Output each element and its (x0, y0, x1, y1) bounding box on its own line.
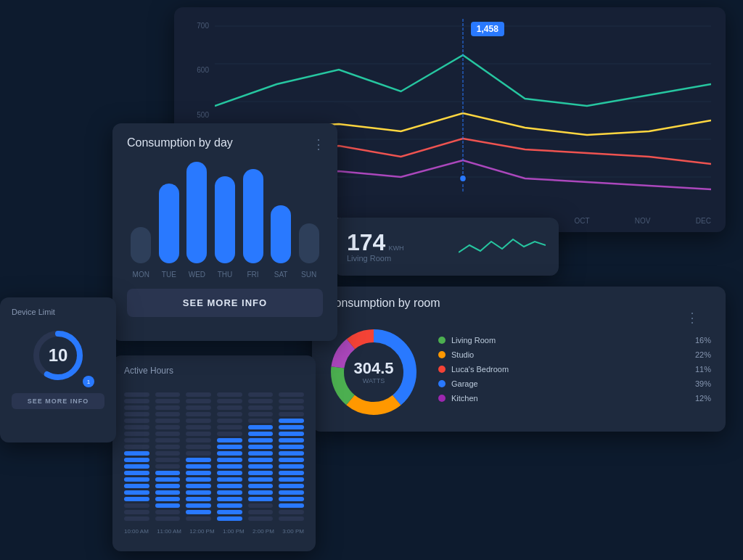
room-legend: Living Room16%Studio22%Luca's Bedroom11%… (438, 336, 711, 408)
ah-bar (155, 399, 181, 403)
ah-bar (279, 497, 304, 501)
ah-bar (155, 405, 181, 410)
ah-bar (124, 471, 149, 475)
ah-bar (186, 438, 211, 442)
y-label: 700 (189, 22, 209, 30)
ah-bar (124, 405, 149, 410)
ah-bar (186, 510, 211, 514)
x-label-nov: NOV (635, 217, 651, 225)
ah-bar (124, 451, 149, 456)
ah-bar (248, 412, 274, 416)
ah-bar (217, 438, 242, 442)
ah-bar (217, 412, 242, 416)
card-menu-icon[interactable]: ⋮ (312, 136, 326, 152)
ah-bar (217, 484, 242, 488)
ah-bar (155, 510, 181, 514)
ah-bar (248, 405, 274, 410)
ah-bar (217, 419, 242, 423)
legend-pct: 39% (695, 379, 711, 388)
legend-name: Studio (451, 350, 689, 359)
bar-col-thu: THU (215, 176, 235, 279)
ah-bar (124, 497, 149, 501)
see-more-button[interactable]: SEE MORE INFO (127, 289, 323, 317)
tooltip-value: 1,458 (471, 22, 504, 36)
ah-bar (186, 412, 211, 416)
ah-bar (279, 412, 304, 416)
bar-label: MON (133, 271, 149, 279)
ah-bar (124, 392, 149, 397)
ah-bar (155, 425, 181, 429)
ah-bar (248, 484, 274, 488)
device-limit-title: Device Limit (12, 308, 104, 316)
ah-time-label: 10:00 AM (124, 528, 149, 535)
ah-time-labels: 10:00 AM11:00 AM12:00 PM1:00 PM2:00 PM3:… (124, 525, 304, 535)
ah-bar (248, 438, 274, 442)
bar-col-wed: WED (186, 162, 207, 279)
ah-bar (186, 471, 211, 475)
ah-bar (124, 445, 149, 449)
legend-dot (438, 337, 446, 344)
ah-bar (217, 516, 242, 521)
ah-bar (248, 490, 274, 495)
ah-bar (155, 477, 181, 482)
ah-bar (124, 432, 149, 436)
ah-bar (155, 445, 181, 449)
ah-bar (248, 392, 274, 397)
bar-col-tue: TUE (159, 184, 179, 279)
bar-label: WED (189, 271, 205, 279)
ah-bar (217, 425, 242, 429)
ah-bar (155, 516, 181, 521)
ah-bar (124, 516, 149, 521)
legend-item: Luca's Bedroom11% (438, 365, 711, 374)
legend-dot (438, 366, 446, 373)
by-day-title: Consumption by day (127, 136, 233, 149)
ah-bar (279, 405, 304, 410)
ah-bar (217, 477, 242, 482)
device-limit-card: Device Limit 10 1 SEE MORE INFO (0, 297, 116, 442)
ah-bar (279, 445, 304, 449)
ah-bar (217, 510, 242, 514)
ah-bar (124, 484, 149, 488)
ah-bar (217, 471, 242, 475)
bar-wed (186, 162, 207, 263)
legend-pct: 16% (695, 336, 711, 345)
device-limit-value: 10 (49, 345, 68, 366)
y-label: 500 (189, 111, 209, 119)
legend-item: Garage39% (438, 379, 711, 388)
ah-bar (124, 510, 149, 514)
ah-bar (155, 451, 181, 456)
ah-bar (279, 503, 304, 508)
bar-mon (131, 227, 151, 263)
bar-col-sat: SAT (271, 205, 291, 279)
ah-time-label: 1:00 PM (223, 528, 245, 535)
ah-bar (279, 399, 304, 403)
ah-bar (186, 484, 211, 488)
ah-bar (217, 490, 242, 495)
ah-bar (279, 419, 304, 423)
ah-bar (248, 477, 274, 482)
by-room-title: Consumption by room (327, 297, 440, 309)
ah-bar (279, 490, 304, 495)
legend-item: Studio22% (438, 350, 711, 359)
ah-time-label: 3:00 PM (282, 528, 304, 535)
ah-bar (124, 438, 149, 442)
device-see-more-button[interactable]: SEE MORE INFO (12, 393, 104, 409)
ah-bar (217, 503, 242, 508)
ah-bar (186, 458, 211, 462)
bar-label: THU (218, 271, 233, 279)
ah-bar (279, 464, 304, 469)
ah-bar (155, 392, 181, 397)
by-room-menu-icon[interactable]: ⋮ (686, 310, 699, 326)
ah-bar (155, 497, 181, 501)
legend-item: Living Room16% (438, 336, 711, 345)
day-bar-chart: MONTUEWEDTHUFRISATSUN (127, 162, 323, 279)
device-donut: 10 1 (12, 326, 104, 384)
ah-bar (217, 445, 242, 449)
ah-bar (124, 419, 149, 423)
ah-bar (186, 405, 211, 410)
bar-fri (243, 169, 263, 263)
legend-name: Garage (451, 379, 689, 388)
ah-col-1 (155, 392, 181, 521)
ah-bar (248, 516, 274, 521)
ah-bar (155, 412, 181, 416)
